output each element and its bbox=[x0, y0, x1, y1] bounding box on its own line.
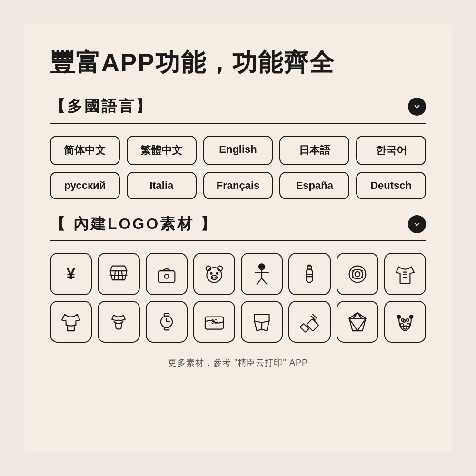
svg-point-45 bbox=[407, 323, 410, 327]
icon-pants[interactable] bbox=[241, 301, 283, 343]
lang-spanish[interactable]: España bbox=[279, 172, 349, 199]
icon-grid: ¥ bbox=[50, 253, 426, 343]
svg-text:¥: ¥ bbox=[67, 265, 76, 283]
icon-bottle[interactable] bbox=[288, 253, 330, 295]
svg-point-41 bbox=[397, 315, 400, 318]
svg-rect-29 bbox=[164, 327, 169, 330]
languages-title: 【多國語言】 bbox=[50, 96, 153, 117]
main-card: 豐富APP功能，功能齊全 【多國語言】 简体中文 繁體中文 English 日本… bbox=[24, 24, 452, 452]
lang-russian[interactable]: русский bbox=[50, 172, 120, 199]
lang-french[interactable]: Français bbox=[203, 172, 273, 199]
svg-rect-5 bbox=[158, 271, 175, 282]
logo-expand-button[interactable] bbox=[408, 215, 426, 233]
page-title: 豐富APP功能，功能齊全 bbox=[50, 48, 426, 77]
svg-rect-35 bbox=[300, 324, 309, 332]
logo-divider bbox=[50, 240, 426, 241]
svg-point-43 bbox=[400, 323, 403, 327]
svg-point-10 bbox=[210, 272, 212, 274]
languages-divider bbox=[50, 123, 426, 124]
icon-watch[interactable] bbox=[146, 301, 188, 343]
svg-point-42 bbox=[409, 315, 413, 318]
language-grid: 简体中文 繁體中文 English 日本語 한국어 русский Italia… bbox=[50, 136, 426, 199]
svg-point-48 bbox=[401, 319, 404, 321]
svg-point-13 bbox=[259, 264, 265, 269]
svg-line-17 bbox=[262, 278, 267, 284]
languages-section-header: 【多國語言】 bbox=[50, 96, 426, 117]
icon-pretzel[interactable] bbox=[337, 253, 378, 295]
svg-rect-19 bbox=[307, 266, 312, 269]
lang-simplified-chinese[interactable]: 简体中文 bbox=[50, 136, 120, 165]
lang-german[interactable]: Deutsch bbox=[356, 172, 426, 199]
icon-necklace[interactable] bbox=[384, 301, 426, 343]
svg-rect-18 bbox=[306, 269, 313, 282]
icon-bear[interactable] bbox=[193, 253, 235, 295]
icon-tshirt-patterned[interactable] bbox=[384, 253, 426, 295]
svg-line-16 bbox=[257, 278, 262, 284]
svg-text:30: 30 bbox=[211, 318, 218, 325]
icon-bikini[interactable] bbox=[98, 301, 139, 343]
lang-korean[interactable]: 한국어 bbox=[356, 136, 426, 165]
icon-onesie[interactable] bbox=[50, 301, 92, 343]
lang-traditional-chinese[interactable]: 繁體中文 bbox=[127, 136, 197, 165]
svg-point-44 bbox=[403, 326, 407, 329]
svg-point-11 bbox=[216, 272, 218, 274]
icon-lipstick[interactable] bbox=[288, 301, 330, 343]
icon-yen[interactable]: ¥ bbox=[50, 253, 92, 295]
logo-section: 【 內建LOGO素材 】 ¥ bbox=[50, 214, 426, 343]
icon-diamond[interactable] bbox=[337, 301, 378, 343]
svg-point-47 bbox=[406, 319, 408, 321]
icon-person[interactable] bbox=[241, 253, 283, 295]
svg-line-26 bbox=[122, 322, 123, 323]
footer-text: 更多素材，參考 "精臣云打印" APP bbox=[50, 357, 426, 368]
languages-section: 【多國語言】 简体中文 繁體中文 English 日本語 한국어 русский… bbox=[50, 96, 426, 199]
lang-italian[interactable]: Italia bbox=[127, 172, 197, 199]
svg-rect-28 bbox=[164, 313, 169, 316]
icon-basket[interactable] bbox=[98, 253, 139, 295]
languages-expand-button[interactable] bbox=[408, 98, 426, 116]
svg-point-6 bbox=[164, 274, 169, 278]
lang-english[interactable]: English bbox=[203, 136, 273, 165]
icon-shopping-bag[interactable] bbox=[146, 253, 188, 295]
logo-title: 【 內建LOGO素材 】 bbox=[50, 214, 218, 235]
svg-point-24 bbox=[355, 271, 359, 276]
lang-japanese[interactable]: 日本語 bbox=[279, 136, 349, 165]
icon-wash[interactable]: 30 bbox=[193, 301, 235, 343]
logo-section-header: 【 內建LOGO素材 】 bbox=[50, 214, 426, 235]
svg-line-25 bbox=[114, 322, 116, 323]
svg-point-23 bbox=[349, 266, 366, 282]
